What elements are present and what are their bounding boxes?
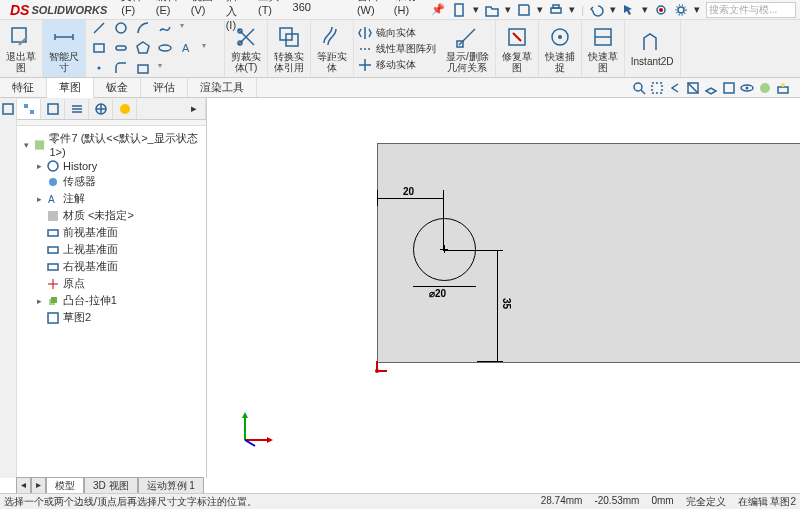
- display-relations-button[interactable]: 显示/删除 几何关系: [440, 20, 496, 77]
- zoom-fit-icon[interactable]: [632, 81, 646, 95]
- search-input[interactable]: 搜索文件与模...: [706, 2, 796, 18]
- dropdown-icon[interactable]: ▾: [180, 21, 196, 37]
- qat-dropdown-icon[interactable]: ▾: [537, 3, 543, 16]
- exit-sketch-button[interactable]: 退出草 图: [0, 20, 43, 77]
- tab-sketch[interactable]: 草图: [47, 78, 94, 98]
- smart-dimension-button[interactable]: 智能尺 寸: [43, 20, 86, 77]
- linear-pattern-button[interactable]: 线性草图阵列: [358, 42, 436, 56]
- view-orient-icon[interactable]: [704, 81, 718, 95]
- trim-button[interactable]: 剪裁实 体(T): [225, 20, 268, 77]
- ellipse-tool-icon[interactable]: [158, 41, 172, 55]
- qat-dropdown-icon[interactable]: ▾: [610, 3, 616, 16]
- svg-point-20: [364, 48, 366, 50]
- convert-entities-button[interactable]: 转换实 体引用: [268, 20, 311, 77]
- plane-icon: [47, 244, 59, 256]
- text-tool-icon[interactable]: A: [180, 41, 194, 55]
- menu-pin-icon[interactable]: 📌: [425, 1, 451, 18]
- select-arrow-icon[interactable]: [622, 3, 636, 17]
- slot-tool-icon[interactable]: [114, 41, 128, 55]
- expand-icon[interactable]: ▸: [35, 296, 43, 306]
- relations-icon: [455, 25, 479, 49]
- instant2d-button[interactable]: Instant2D: [625, 20, 681, 77]
- line-tool-icon[interactable]: [92, 21, 106, 35]
- tab-evaluate[interactable]: 评估: [141, 78, 188, 97]
- options-gear-icon[interactable]: [674, 3, 688, 17]
- fm-tab-tree[interactable]: [17, 99, 41, 119]
- mirror-button[interactable]: 镜向实体: [358, 26, 436, 40]
- tree-annotations[interactable]: ▸A注解: [19, 190, 204, 207]
- dropdown-icon[interactable]: ▾: [202, 41, 218, 57]
- scene-icon[interactable]: [776, 81, 790, 95]
- tree-history[interactable]: ▸History: [19, 159, 204, 173]
- new-doc-icon[interactable]: [453, 3, 467, 17]
- tree-extrude[interactable]: ▸凸台-拉伸1: [19, 292, 204, 309]
- expand-icon[interactable]: ▸: [35, 194, 43, 204]
- expand-icon[interactable]: ▸: [35, 161, 43, 171]
- fm-tab-expand[interactable]: ▸: [182, 99, 206, 119]
- dropdown-icon[interactable]: ▾: [158, 61, 174, 77]
- fm-tab-display[interactable]: [113, 99, 137, 119]
- quick-snap-button[interactable]: 快速捕 捉: [539, 20, 582, 77]
- dim-diameter[interactable]: ⌀20: [429, 288, 446, 299]
- dim-h20[interactable]: 20: [403, 186, 414, 197]
- fm-tab-config[interactable]: [65, 99, 89, 119]
- spline-tool-icon[interactable]: [158, 21, 172, 35]
- collapse-icon[interactable]: ▾: [23, 140, 30, 150]
- sketch-origin-icon: [375, 359, 389, 373]
- arc-tool-icon[interactable]: [136, 21, 150, 35]
- tree-origin[interactable]: 原点: [19, 275, 204, 292]
- tree-front-plane[interactable]: 前视基准面: [19, 224, 204, 241]
- point-tool-icon[interactable]: [92, 61, 106, 75]
- svg-point-3: [659, 8, 663, 12]
- plane-icon: [47, 261, 59, 273]
- fm-tab-property[interactable]: [41, 99, 65, 119]
- print-icon[interactable]: [549, 3, 563, 17]
- tree-root[interactable]: ▾ 零件7 (默认<<默认>_显示状态 1>): [19, 130, 204, 159]
- section-view-icon[interactable]: [686, 81, 700, 95]
- qat-dropdown-icon[interactable]: ▾: [694, 3, 700, 16]
- tab-feature[interactable]: 特征: [0, 78, 47, 97]
- heads-up-toolbar: [632, 81, 800, 95]
- tree-material[interactable]: 材质 <未指定>: [19, 207, 204, 224]
- zoom-area-icon[interactable]: [650, 81, 664, 95]
- task-pane-icon[interactable]: [1, 102, 15, 116]
- polygon-tool-icon[interactable]: [136, 41, 150, 55]
- qat-dropdown-icon[interactable]: ▾: [473, 3, 479, 16]
- prev-view-icon[interactable]: [668, 81, 682, 95]
- tree-sensors[interactable]: 传感器: [19, 173, 204, 190]
- undo-icon[interactable]: [590, 3, 604, 17]
- offset-entities-button[interactable]: 等距实 体: [311, 20, 354, 77]
- dim-ext-line: [443, 250, 503, 251]
- offset-icon: [320, 25, 344, 49]
- svg-point-25: [558, 35, 562, 39]
- plane-tool-icon[interactable]: [136, 61, 150, 75]
- save-icon[interactable]: [517, 3, 531, 17]
- extrude-icon: [47, 295, 59, 307]
- tab-sheetmetal[interactable]: 钣金: [94, 78, 141, 97]
- tree-top-plane[interactable]: 上视基准面: [19, 241, 204, 258]
- tree-sketch2[interactable]: 草图2: [19, 309, 204, 326]
- display-style-icon[interactable]: [722, 81, 736, 95]
- fm-tab-dimxpert[interactable]: [89, 99, 113, 119]
- rapid-sketch-button[interactable]: 快速草 图: [582, 20, 625, 77]
- tree-right-plane[interactable]: 右视基准面: [19, 258, 204, 275]
- qat-dropdown-icon[interactable]: ▾: [505, 3, 511, 16]
- repair-sketch-button[interactable]: 修复草 图: [496, 20, 539, 77]
- rebuild-icon[interactable]: [654, 3, 668, 17]
- svg-rect-35: [3, 104, 13, 114]
- graphics-canvas[interactable]: 20 ⌀20 35: [207, 98, 800, 478]
- rectangle-tool-icon[interactable]: [92, 41, 106, 55]
- move-entities-button[interactable]: 移动实体: [358, 58, 436, 72]
- dim-v35[interactable]: 35: [501, 298, 512, 309]
- qat-dropdown-icon[interactable]: ▾: [642, 3, 648, 16]
- fillet-tool-icon[interactable]: [114, 61, 128, 75]
- snap-icon: [548, 25, 572, 49]
- expand-icon: ▸: [191, 102, 197, 115]
- circle-tool-icon[interactable]: [114, 21, 128, 35]
- qat-dropdown-icon[interactable]: ▾: [569, 3, 575, 16]
- open-icon[interactable]: [485, 3, 499, 17]
- svg-rect-50: [51, 297, 57, 303]
- hide-show-icon[interactable]: [740, 81, 754, 95]
- appearance-icon[interactable]: [758, 81, 772, 95]
- tab-render[interactable]: 渲染工具: [188, 78, 257, 97]
